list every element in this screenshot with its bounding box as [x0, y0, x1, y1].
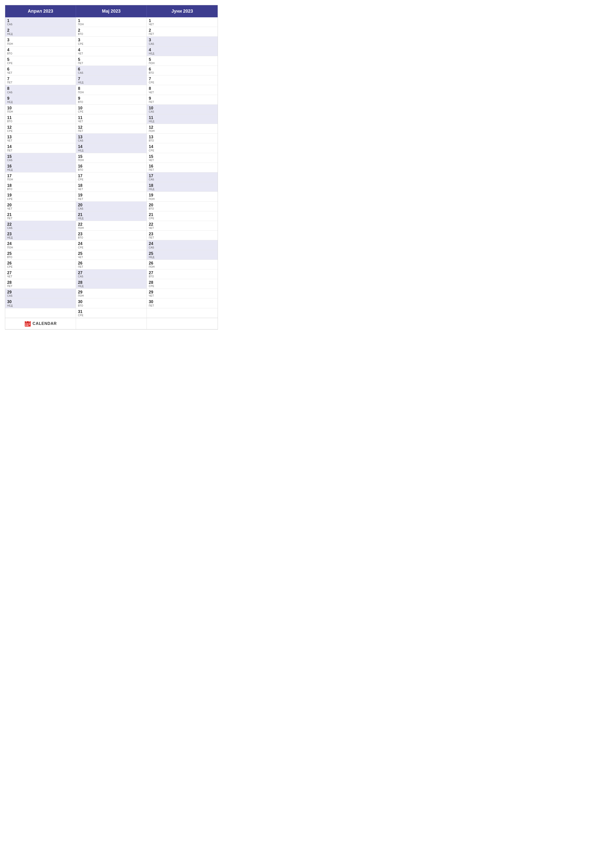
day-column: 1САБ2НЕД3ПОН4ВТО5СРЕ6ЧЕТ7ПЕТ8САБ9НЕД10ПО… — [5, 17, 76, 318]
footer-june-extra — [147, 318, 218, 329]
day-number: 30 — [149, 299, 216, 304]
day-number: 9 — [149, 96, 216, 101]
svg-rect-4 — [27, 324, 28, 324]
day-number: 1 — [149, 18, 216, 23]
day-name: СРЕ — [78, 110, 145, 113]
day-name: ПЕТ — [78, 265, 145, 268]
day-number: 4 — [7, 48, 74, 52]
day-cell: 29САБ — [5, 289, 76, 298]
month-header-june: Јуни 2023 — [147, 5, 218, 17]
day-name: ВТО — [78, 236, 145, 239]
day-name: ВТО — [78, 169, 145, 171]
day-number: 19 — [78, 193, 145, 197]
day-number: 31 — [78, 309, 145, 314]
day-number: 9 — [78, 96, 145, 101]
day-cell: 16ВТО — [76, 163, 146, 172]
day-number: 28 — [78, 280, 145, 285]
day-cell: 24ПОН — [5, 240, 76, 250]
day-number: 18 — [149, 183, 216, 188]
day-name: ПЕТ — [7, 81, 74, 84]
day-number: 4 — [149, 48, 216, 52]
day-name: НЕД — [78, 285, 145, 288]
day-number: 7 — [7, 76, 74, 81]
day-name: ПЕТ — [149, 236, 216, 239]
day-cell: 17САБ — [147, 172, 218, 182]
day-cell: 26ПОН — [147, 260, 218, 270]
day-cell: 2ВТО — [76, 27, 146, 37]
month-header-may: Мај 2023 — [76, 5, 147, 17]
day-cell: 23ПЕТ — [147, 231, 218, 240]
month-header-april: Април 2023 — [5, 5, 76, 17]
day-cell: 18ВТО — [5, 182, 76, 192]
day-number: 8 — [149, 86, 216, 91]
day-number: 21 — [78, 212, 145, 217]
day-name: СРЕ — [78, 178, 145, 181]
day-name: НЕД — [7, 169, 74, 171]
day-name: НЕД — [7, 236, 74, 239]
day-number: 22 — [78, 222, 145, 227]
footer-logo: CALENDAR — [24, 320, 57, 327]
day-number: 3 — [149, 37, 216, 42]
day-name: ПЕТ — [149, 304, 216, 307]
day-number: 26 — [149, 261, 216, 265]
day-cell: 8САБ — [5, 85, 76, 95]
day-name: ПЕТ — [149, 101, 216, 104]
day-name: ПОН — [78, 91, 145, 94]
day-number: 15 — [149, 154, 216, 159]
day-cell: 24САБ — [147, 240, 218, 250]
day-cell: 8ПОН — [76, 85, 146, 95]
day-number: 2 — [78, 28, 145, 33]
day-cell: 14СРЕ — [147, 143, 218, 153]
day-name: СРЕ — [7, 130, 74, 132]
day-number: 11 — [7, 115, 74, 120]
day-name: ПЕТ — [78, 198, 145, 200]
day-number: 20 — [78, 203, 145, 207]
day-cell: 13ЧЕТ — [5, 133, 76, 143]
day-name: САБ — [149, 178, 216, 181]
day-name: НЕД — [78, 81, 145, 84]
day-name: СРЕ — [7, 62, 74, 65]
day-number: 25 — [78, 251, 145, 256]
day-number: 16 — [149, 164, 216, 169]
day-name: ВТО — [7, 52, 74, 55]
day-number: 1 — [78, 18, 145, 23]
day-name: САБ — [78, 71, 145, 74]
day-name: ПОН — [7, 43, 74, 45]
day-cell: 20САБ — [76, 202, 146, 211]
day-cell: 24СРЕ — [76, 240, 146, 250]
day-cell: 7НЕД — [76, 76, 146, 85]
day-number: 2 — [7, 28, 74, 33]
day-name: САБ — [149, 246, 216, 249]
day-number: 23 — [149, 232, 216, 236]
day-number: 20 — [7, 203, 74, 207]
day-number: 16 — [78, 164, 145, 169]
calendar-body: 1САБ2НЕД3ПОН4ВТО5СРЕ6ЧЕТ7ПЕТ8САБ9НЕД10ПО… — [5, 17, 218, 318]
day-name: СРЕ — [149, 149, 216, 152]
day-number: 12 — [7, 125, 74, 130]
day-cell: 25ЧЕТ — [76, 250, 146, 260]
footer-may-extra — [76, 318, 147, 329]
day-cell: 3САБ — [147, 37, 218, 46]
day-cell: 17СРЕ — [76, 172, 146, 182]
day-cell: 3СРЕ — [76, 37, 146, 46]
day-number: 27 — [149, 270, 216, 275]
day-cell: 6САБ — [76, 66, 146, 76]
day-name: ПОН — [78, 159, 145, 161]
day-number: 19 — [149, 193, 216, 197]
day-cell: 17ПОН — [5, 172, 76, 182]
day-cell: 4ЧЕТ — [76, 46, 146, 56]
day-cell: 11ВТО — [5, 114, 76, 124]
day-cell: 1САБ — [5, 17, 76, 27]
day-number: 3 — [7, 37, 74, 42]
day-number: 29 — [149, 290, 216, 294]
calendar-header: Април 2023 Мај 2023 Јуни 2023 — [5, 5, 218, 17]
day-cell: 22ЧЕТ — [147, 221, 218, 231]
day-name: ПОН — [7, 178, 74, 181]
day-name: ПЕТ — [149, 169, 216, 171]
day-cell: 19ПЕТ — [76, 192, 146, 202]
day-number: 25 — [7, 251, 74, 256]
day-name: ПЕТ — [149, 33, 216, 36]
day-cell: 2ПЕТ — [147, 27, 218, 37]
day-cell: 4НЕД — [147, 46, 218, 56]
day-cell: 29ЧЕТ — [147, 289, 218, 298]
